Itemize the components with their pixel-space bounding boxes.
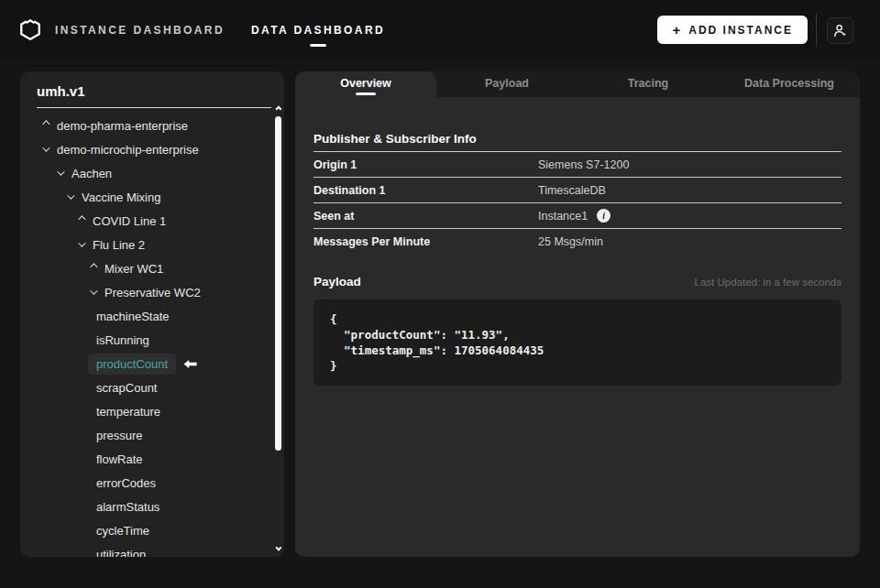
chevron-up-icon[interactable] [38, 123, 51, 128]
tree-item-demo-microchip-enterprise[interactable]: demo-microchip-enterprise [20, 137, 273, 161]
tree-item-label: isRunning [96, 333, 149, 347]
tab-tracing-label: Tracing [628, 77, 668, 90]
table-row: Messages Per Minute 25 Msgs/min [314, 229, 842, 255]
tree-item-label: machineState [96, 310, 170, 323]
tab-data-processing-label: Data Processing [744, 77, 834, 90]
chevron-down-icon[interactable] [74, 242, 87, 247]
tab-data-processing[interactable]: Data Processing [719, 71, 860, 97]
tree-item-utilization[interactable]: utilization [20, 542, 273, 557]
chevron-down-icon[interactable] [38, 147, 51, 152]
tree-item-vaccine-mixing[interactable]: Vaccine Mixing [20, 185, 273, 209]
user-account-button[interactable] [827, 17, 853, 44]
overview-tab-content: Publisher & Subscriber Info Origin 1 Sie… [295, 97, 860, 557]
table-row: Origin 1 Siemens S7-1200 [314, 152, 842, 178]
seen-at-value: Instance1 [538, 210, 588, 223]
tree-item-label: temperature [96, 405, 160, 419]
tree-item-label: pressure [96, 429, 143, 442]
tree-item-label: Mixer WC1 [104, 262, 163, 276]
tree-item-label: scrapCount [96, 381, 157, 395]
plus-icon: + [672, 22, 680, 38]
tree-item-label: alarmStatus [96, 500, 160, 514]
tree-item-errorcodes[interactable]: errorCodes [20, 471, 273, 495]
tree-item-label: Preservative WC2 [104, 286, 201, 299]
tab-overview-label: Overview [340, 77, 391, 90]
tree-item-pressure[interactable]: pressure [20, 423, 273, 447]
tree-item-label: utilization [96, 548, 146, 558]
user-icon [832, 23, 848, 38]
tab-tracing[interactable]: Tracing [578, 71, 719, 97]
topbar-divider [816, 14, 817, 47]
tab-overview[interactable]: Overview [295, 71, 436, 97]
payload-code-block: { "productCount": "11.93", "timestamp_ms… [314, 299, 842, 386]
row-label-messages-per-minute: Messages Per Minute [314, 235, 538, 248]
nav-active-underline [310, 44, 326, 47]
pubsub-section-title: Publisher & Subscriber Info [314, 132, 842, 152]
chevron-up-icon[interactable] [74, 218, 87, 223]
info-icon[interactable]: i [597, 209, 610, 223]
tree-item-preservative-wc2[interactable]: Preservative WC2 [20, 280, 273, 304]
top-nav: INSTANCE DASHBOARD DATA DASHBOARD [55, 0, 385, 60]
sidebar-title: umh.v1 [37, 83, 85, 99]
topic-tree: demo-pharma-enterprise demo-microchip-en… [20, 114, 273, 557]
payload-section-header: Payload Last Updated: in a few seconds [314, 275, 842, 289]
tab-payload[interactable]: Payload [436, 71, 578, 97]
last-updated-text: Last Updated: in a few seconds [695, 277, 842, 288]
tree-item-temperature[interactable]: temperature [20, 399, 273, 423]
chevron-down-icon[interactable] [86, 289, 99, 295]
tree-item-label: COVID Line 1 [93, 214, 166, 228]
payload-section-title: Payload [314, 275, 361, 289]
tree-item-productcount-selected[interactable]: productCount [20, 352, 273, 376]
tree-item-label: Vaccine Mixing [82, 191, 160, 204]
sidebar-divider [37, 107, 271, 108]
tree-item-alarmstatus[interactable]: alarmStatus [20, 495, 273, 518]
tree-item-flowrate[interactable]: flowRate [20, 447, 273, 471]
table-row: Seen at Instance1 i [314, 203, 842, 229]
tree-item-label: cycleTime [96, 524, 149, 538]
row-value-origin-1: Siemens S7-1200 [538, 158, 629, 171]
tree-item-aachen[interactable]: Aachen [20, 161, 273, 185]
nav-instance-dashboard[interactable]: INSTANCE DASHBOARD [55, 0, 225, 60]
tree-item-label: Aachen [72, 167, 112, 180]
nav-instance-dashboard-label: INSTANCE DASHBOARD [55, 24, 225, 37]
add-instance-button[interactable]: + ADD INSTANCE [657, 16, 808, 44]
tree-item-label: demo-pharma-enterprise [57, 119, 188, 133]
table-row: Destination 1 TimescaleDB [314, 178, 842, 203]
row-label-seen-at: Seen at [314, 210, 538, 223]
payload-json: { "productCount": "11.93", "timestamp_ms… [330, 311, 825, 374]
tree-item-label: flowRate [96, 452, 143, 466]
umh-logo-icon [18, 17, 42, 41]
tree-item-mixer-wc1[interactable]: Mixer WC1 [20, 256, 273, 280]
tree-item-machinestate[interactable]: machineState [20, 304, 273, 328]
tree-item-cycletime[interactable]: cycleTime [20, 518, 273, 542]
row-value-destination-1: TimescaleDB [538, 184, 606, 197]
tree-item-isrunning[interactable]: isRunning [20, 328, 273, 352]
nav-data-dashboard-label: DATA DASHBOARD [251, 24, 385, 37]
scrollbar-thumb[interactable] [275, 116, 281, 451]
selected-topic-pill: productCount [88, 354, 176, 375]
tree-item-demo-pharma-enterprise[interactable]: demo-pharma-enterprise [20, 114, 273, 137]
mouse-cursor-icon [182, 358, 198, 370]
chevron-up-icon[interactable] [86, 266, 99, 271]
row-value-seen-at: Instance1 i [538, 209, 610, 223]
chevron-down-icon[interactable] [53, 170, 66, 176]
add-instance-label: ADD INSTANCE [688, 24, 793, 37]
tree-item-covid-line-1[interactable]: COVID Line 1 [20, 209, 273, 233]
row-label-origin-1: Origin 1 [314, 158, 538, 171]
tab-active-underline [356, 93, 376, 95]
tree-item-scrapcount[interactable]: scrapCount [20, 376, 273, 399]
topic-tree-sidebar: umh.v1 demo-pharma-enterprise demo-micro… [20, 71, 284, 557]
chevron-down-icon[interactable] [63, 194, 76, 200]
nav-data-dashboard[interactable]: DATA DASHBOARD [251, 0, 385, 60]
row-label-destination-1: Destination 1 [314, 184, 538, 197]
detail-panel: Overview Payload Tracing Data Processing… [295, 71, 860, 557]
scrollbar-up-arrow[interactable] [273, 106, 281, 114]
tree-item-label: demo-microchip-enterprise [57, 143, 199, 157]
top-bar: INSTANCE DASHBOARD DATA DASHBOARD + ADD … [0, 0, 880, 60]
row-value-messages-per-minute: 25 Msgs/min [538, 235, 603, 248]
scrollbar-down-arrow[interactable] [273, 545, 281, 553]
detail-tabs: Overview Payload Tracing Data Processing [295, 71, 860, 97]
tree-item-flu-line-2[interactable]: Flu Line 2 [20, 233, 273, 256]
tree-item-label: errorCodes [96, 476, 156, 490]
tab-payload-label: Payload [485, 77, 529, 90]
app-window: INSTANCE DASHBOARD DATA DASHBOARD + ADD … [0, 0, 880, 588]
